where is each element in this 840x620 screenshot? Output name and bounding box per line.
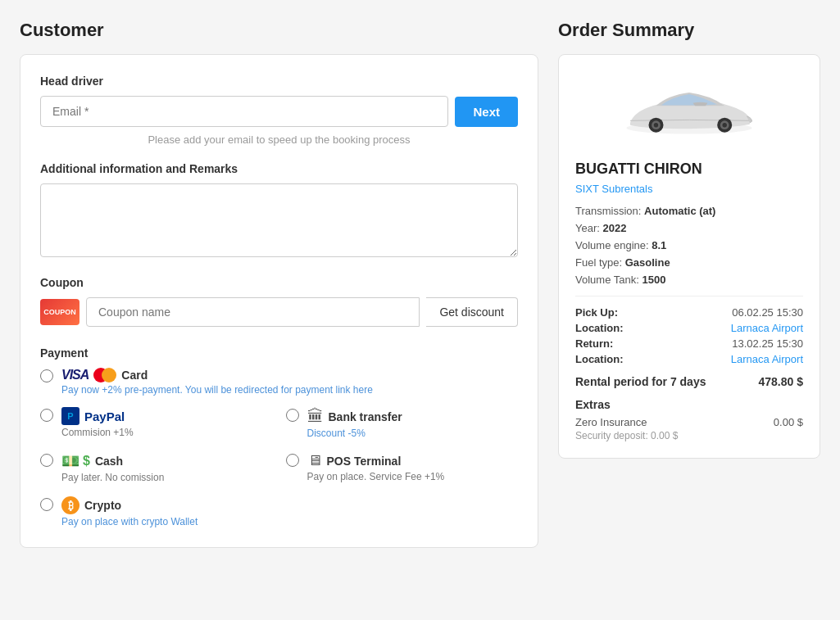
- email-hint: Please add your email to speed up the bo…: [40, 134, 518, 146]
- head-driver-label: Head driver: [40, 75, 518, 88]
- payment-pos-desc: Pay on place. Service Fee +1%: [307, 471, 445, 482]
- payment-radio-pos[interactable]: [286, 454, 299, 467]
- payment-option-crypto[interactable]: ₿ Crypto Pay on place with crypto Wallet: [40, 496, 273, 527]
- pickup-location-row: Location: Larnaca Airport: [575, 322, 803, 334]
- return-location-row: Location: Larnaca Airport: [575, 353, 803, 365]
- payment-option-pos[interactable]: 🖥 POS Terminal Pay on place. Service Fee…: [286, 452, 519, 483]
- payment-crypto-desc: Pay on place with crypto Wallet: [61, 516, 198, 527]
- extras-section: Extras Zero Insurance 0.00 $ Security de…: [575, 398, 803, 441]
- crypto-icon: ₿: [61, 496, 79, 514]
- svg-point-6: [723, 123, 727, 127]
- mastercard-logo: [93, 368, 116, 382]
- car-tank: Volume Tank: 1500: [575, 274, 803, 286]
- customer-title: Customer: [20, 20, 538, 41]
- payment-bank-name: Bank transfer: [329, 410, 402, 423]
- payment-option-cash[interactable]: 💵 $ Cash Pay later. No comission: [40, 452, 273, 483]
- rental-period-price: 478.80 $: [759, 375, 804, 388]
- next-button[interactable]: Next: [455, 97, 518, 127]
- car-vendor[interactable]: SIXT Subrentals: [575, 183, 803, 195]
- coupon-icon: COUPON: [40, 299, 79, 325]
- payment-radio-crypto[interactable]: [40, 498, 53, 511]
- extras-item-zero-insurance: Zero Insurance 0.00 $: [575, 416, 803, 428]
- return-row: Return: 13.02.25 15:30: [575, 337, 803, 350]
- payment-cash-desc: Pay later. No comission: [61, 472, 164, 483]
- security-deposit-note: Security deposit: 0.00 $: [575, 430, 803, 441]
- car-year: Year: 2022: [575, 222, 803, 234]
- coupon-input[interactable]: [86, 297, 420, 327]
- remarks-label: Additional information and Remarks: [40, 162, 518, 175]
- car-image: [615, 71, 763, 145]
- car-volume: Volume engine: 8.1: [575, 239, 803, 251]
- paypal-icon: P: [61, 407, 79, 425]
- email-field[interactable]: [40, 96, 448, 127]
- payment-card-desc: Pay now +2% pre-payment. You will be red…: [61, 384, 373, 396]
- car-name: BUGATTI CHIRON: [575, 161, 803, 178]
- svg-point-3: [654, 123, 658, 127]
- get-discount-button[interactable]: Get discount: [426, 297, 518, 327]
- payment-radio-cash[interactable]: [40, 454, 53, 467]
- payment-option-card[interactable]: VISA Card Pay now +2% pre-payment. You w…: [40, 368, 518, 396]
- pos-icon: 🖥: [307, 452, 322, 469]
- rental-period-label: Rental period for 7 days: [575, 375, 706, 388]
- remarks-textarea[interactable]: [40, 183, 518, 257]
- rental-period-row: Rental period for 7 days 478.80 $: [575, 375, 803, 388]
- paypal-text: PayPal: [84, 410, 125, 423]
- payment-pos-name: POS Terminal: [327, 455, 402, 468]
- payment-option-bank[interactable]: 🏛 Bank transfer Discount -5%: [286, 407, 519, 439]
- order-summary-title: Order Summary: [558, 20, 820, 41]
- payment-cash-name: Cash: [95, 455, 123, 468]
- extras-title: Extras: [575, 398, 803, 411]
- cash-icons: 💵 $: [61, 452, 90, 470]
- car-fuel: Fuel type: Gasoline: [575, 256, 803, 269]
- payment-option-paypal[interactable]: P PayPal Commision +1%: [40, 407, 273, 439]
- payment-radio-bank[interactable]: [286, 409, 299, 422]
- payment-radio-card[interactable]: [40, 369, 53, 382]
- pickup-row: Pick Up: 06.02.25 15:30: [575, 306, 803, 319]
- car-image-area: [575, 71, 803, 147]
- payment-radio-paypal[interactable]: [40, 409, 53, 422]
- bank-icon: 🏛: [307, 407, 324, 426]
- payment-label: Payment: [40, 346, 518, 360]
- payment-crypto-name: Crypto: [84, 499, 121, 512]
- payment-paypal-desc: Commision +1%: [61, 427, 134, 438]
- payment-bank-desc: Discount -5%: [307, 428, 402, 439]
- payment-card-name: Card: [121, 369, 148, 382]
- coupon-label: Coupon: [40, 276, 518, 289]
- visa-logo: VISA: [61, 368, 89, 382]
- car-transmission: Transmission: Automatic (at): [575, 205, 803, 217]
- divider: [575, 296, 803, 296]
